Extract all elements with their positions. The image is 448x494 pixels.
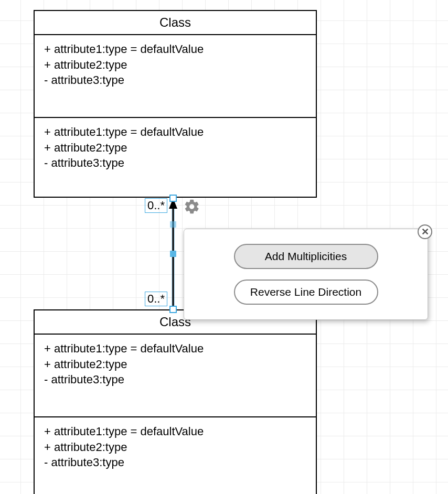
attr-line: + attribute1:type = defaultValue — [44, 424, 306, 439]
attr-line: + attribute2:type — [44, 140, 306, 156]
attr-line: + attribute1:type = defaultValue — [44, 341, 306, 357]
class-attributes-b[interactable]: + attribute1:type = defaultValue + attri… — [35, 416, 316, 477]
class-attributes-b[interactable]: + attribute1:type = defaultValue + attri… — [35, 117, 316, 177]
attr-line: + attribute2:type — [44, 439, 306, 455]
attr-line: - attribute3:type — [44, 72, 306, 88]
waypoint-handle[interactable] — [170, 251, 176, 257]
attr-line: + attribute1:type = defaultValue — [44, 41, 306, 57]
multiplicity-label-top[interactable]: 0..* — [145, 198, 167, 213]
class-attributes-a[interactable]: + attribute1:type = defaultValue + attri… — [35, 335, 316, 416]
attr-line: - attribute3:type — [44, 155, 306, 171]
attr-line: - attribute3:type — [44, 372, 306, 388]
add-multiplicities-button[interactable]: Add Multiplicities — [234, 244, 378, 269]
waypoint-handle[interactable] — [170, 221, 176, 228]
close-icon[interactable]: ✕ — [418, 224, 432, 239]
attr-line: + attribute2:type — [44, 57, 306, 73]
attr-line: + attribute1:type = defaultValue — [44, 124, 306, 140]
line-context-popup: Add Multiplicities Reverse Line Directio… — [184, 229, 428, 320]
uml-class-bottom[interactable]: Class + attribute1:type = defaultValue +… — [34, 309, 317, 494]
endpoint-handle-top[interactable] — [169, 195, 177, 202]
uml-class-top[interactable]: Class + attribute1:type = defaultValue +… — [34, 10, 317, 198]
gear-icon[interactable] — [184, 198, 200, 217]
diagram-canvas[interactable]: Class + attribute1:type = defaultValue +… — [0, 0, 448, 494]
attr-line: - attribute3:type — [44, 455, 306, 470]
attr-line: + attribute2:type — [44, 357, 306, 372]
reverse-line-direction-button[interactable]: Reverse Line Direction — [234, 280, 378, 305]
endpoint-handle-bottom[interactable] — [169, 306, 177, 313]
class-title[interactable]: Class — [35, 11, 316, 35]
class-attributes-a[interactable]: + attribute1:type = defaultValue + attri… — [35, 35, 316, 117]
multiplicity-label-bottom[interactable]: 0..* — [145, 292, 167, 306]
